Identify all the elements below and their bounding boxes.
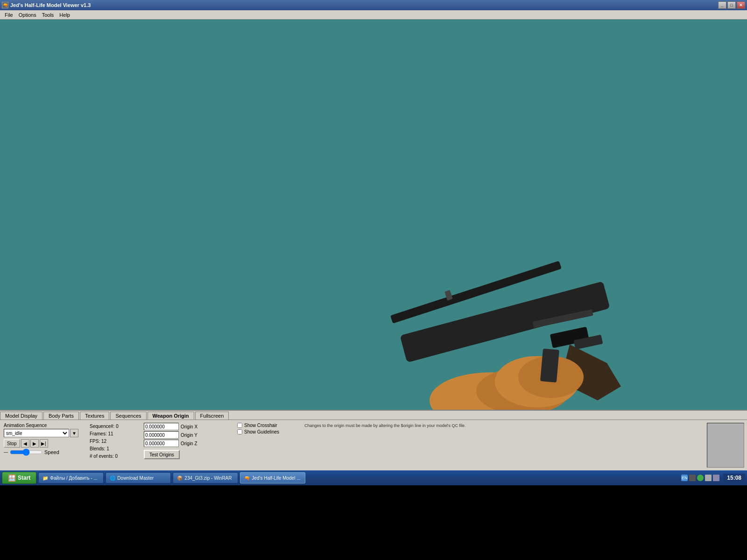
- last-frame-button[interactable]: ▶|: [40, 439, 48, 448]
- tab-sequences[interactable]: Sequences: [110, 412, 146, 420]
- info-text: Changes to the origin must be made by al…: [304, 423, 465, 428]
- tray-icon-2: [689, 475, 696, 481]
- origin-z-input[interactable]: [144, 440, 179, 447]
- anim-controls: Stop ◀ ▶ ▶|: [4, 439, 84, 448]
- taskbar-item-download[interactable]: 🌐 Download Master: [106, 472, 171, 483]
- close-button[interactable]: ✕: [737, 1, 745, 9]
- info-section: Changes to the origin must be made by al…: [301, 422, 706, 469]
- sequence-num: Sequence#: 0: [90, 423, 138, 430]
- panel-content: Animation Sequence sm_idle ▼ Stop ◀ ▶ ▶|…: [0, 420, 747, 470]
- menu-tools[interactable]: Tools: [39, 11, 57, 19]
- minimize-button[interactable]: _: [718, 1, 726, 9]
- systray: EN: [679, 475, 721, 481]
- taskbar-item-winrar[interactable]: 📦 234_Gt3.zip - WinRAR: [173, 472, 238, 483]
- frames-count: Frames: 11: [90, 430, 138, 438]
- tray-icon-1: EN: [681, 475, 688, 481]
- taskbar-item-files[interactable]: 📁 Файлы / Добавить - ...: [38, 472, 104, 483]
- show-section: Show Crosshair Show Guidelines: [235, 422, 301, 469]
- app-icon: 🔫: [2, 2, 8, 8]
- files-icon: 📁: [42, 476, 48, 481]
- tabs: Model Display Body Parts Textures Sequen…: [0, 411, 747, 420]
- download-label: Download Master: [117, 476, 154, 481]
- speed-slider[interactable]: [10, 448, 42, 456]
- anim-section: Animation Sequence sm_idle ▼ Stop ◀ ▶ ▶|…: [2, 422, 86, 469]
- test-origins-button[interactable]: Test Origins: [144, 450, 180, 459]
- origin-y-row: Origin Y: [144, 431, 233, 439]
- jed-label: Jed's Half-Life Model ...: [252, 476, 300, 481]
- svg-rect-10: [540, 349, 559, 383]
- origin-x-row: Origin X: [144, 423, 233, 430]
- winrar-label: 234_Gt3.zip - WinRAR: [184, 476, 232, 481]
- origin-z-row: Origin Z: [144, 440, 233, 447]
- start-label: Start: [18, 475, 30, 481]
- prev-frame-button[interactable]: ◀: [21, 439, 29, 448]
- title-bar-buttons: _ □ ✕: [718, 1, 745, 9]
- origin-x-label: Origin X: [181, 424, 206, 429]
- taskbar: 🪟 Start 📁 Файлы / Добавить - ... 🌐 Downl…: [0, 470, 747, 485]
- fps-value: FPS: 12: [90, 438, 138, 445]
- jed-icon: 🔫: [244, 476, 250, 481]
- control-panel: Model Display Body Parts Textures Sequen…: [0, 410, 747, 470]
- origin-y-label: Origin Y: [181, 433, 206, 438]
- show-guidelines-row: Show Guidelines: [237, 429, 299, 434]
- window-title: Jed's Half-Life Model Viewer v1.3: [10, 2, 91, 8]
- tray-icon-4: [705, 475, 712, 481]
- events-count: # of events: 0: [90, 453, 138, 460]
- menu-options[interactable]: Options: [16, 11, 39, 19]
- tab-fullscreen[interactable]: Fullscreen: [195, 412, 229, 420]
- tray-icon-5: [713, 475, 719, 481]
- speed-label: Speed: [44, 449, 59, 455]
- menu-help[interactable]: Help: [56, 11, 73, 19]
- show-crosshair-checkbox[interactable]: [237, 423, 242, 428]
- origin-section: Origin X Origin Y Origin Z Test Origins: [142, 422, 235, 469]
- files-label: Файлы / Добавить - ...: [50, 476, 98, 481]
- winrar-icon: 📦: [177, 476, 183, 481]
- tab-body-parts[interactable]: Body Parts: [43, 412, 79, 420]
- origin-x-input[interactable]: [144, 423, 179, 430]
- taskbar-right: EN 15:08: [679, 474, 745, 482]
- title-bar-left: 🔫 Jed's Half-Life Model Viewer v1.3: [2, 2, 91, 8]
- tab-model-display[interactable]: Model Display: [0, 412, 42, 420]
- tab-weapon-origin[interactable]: Weapon Origin: [148, 412, 194, 420]
- download-icon: 🌐: [110, 476, 115, 481]
- maximize-button[interactable]: □: [727, 1, 736, 9]
- gun-model: [374, 223, 700, 410]
- show-crosshair-row: Show Crosshair: [237, 423, 299, 428]
- show-crosshair-label: Show Crosshair: [244, 423, 277, 428]
- blends-count: Blends: 1: [90, 445, 138, 453]
- show-guidelines-label: Show Guidelines: [244, 429, 279, 434]
- title-bar: 🔫 Jed's Half-Life Model Viewer v1.3 _ □ …: [0, 0, 747, 10]
- tray-icon-3: [697, 475, 704, 481]
- start-icon: 🪟: [8, 474, 16, 482]
- model-thumbnail: [707, 423, 744, 468]
- next-frame-button[interactable]: ▶: [30, 439, 39, 448]
- seq-info: Sequence#: 0 Frames: 11 FPS: 12 Blends: …: [86, 422, 142, 469]
- menu-file[interactable]: File: [2, 11, 16, 19]
- tab-textures[interactable]: Textures: [80, 412, 110, 420]
- start-button[interactable]: 🪟 Start: [2, 472, 36, 484]
- dropdown-arrow[interactable]: ▼: [70, 429, 78, 437]
- speed-section: — Speed: [4, 448, 84, 456]
- show-guidelines-checkbox[interactable]: [237, 429, 242, 434]
- system-clock: 15:08: [723, 474, 745, 482]
- stop-button[interactable]: Stop: [4, 439, 20, 448]
- menu-bar: File Options Tools Help: [0, 10, 747, 20]
- animation-dropdown[interactable]: sm_idle: [4, 429, 69, 437]
- anim-sequence-label: Animation Sequence: [4, 423, 84, 428]
- origin-z-label: Origin Z: [181, 441, 206, 446]
- taskbar-item-jed[interactable]: 🔫 Jed's Half-Life Model ...: [240, 472, 305, 483]
- origin-y-input[interactable]: [144, 431, 179, 439]
- viewport: [0, 20, 747, 410]
